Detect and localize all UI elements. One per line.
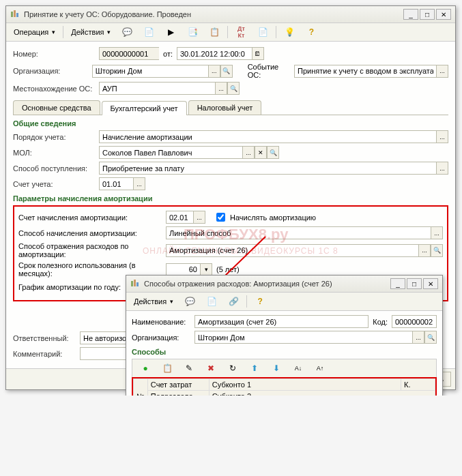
table-sortasc-button[interactable]: A↓ bbox=[288, 361, 308, 376]
location-lookup-button[interactable]: ... bbox=[215, 82, 227, 95]
amort-acc-input[interactable] bbox=[166, 211, 193, 224]
magnifier-icon: 🔍 bbox=[230, 85, 237, 92]
col-sub1: Субконто 1 bbox=[209, 379, 401, 391]
dk-icon: ДтКт bbox=[235, 27, 246, 38]
nested-tool-2[interactable]: 📄 bbox=[201, 294, 222, 309]
nested-tool-1[interactable]: 💬 bbox=[179, 294, 200, 309]
table-sortdesc-button[interactable]: A↑ bbox=[310, 361, 330, 376]
nested-tool-3[interactable]: 🔗 bbox=[223, 294, 244, 309]
maximize-button[interactable]: □ bbox=[420, 9, 435, 20]
toolbar-icon-8[interactable]: 💡 bbox=[279, 25, 300, 40]
operation-menu[interactable]: Операция bbox=[9, 25, 60, 40]
table-up-button[interactable]: ⬆ bbox=[244, 361, 265, 376]
amort-method-lookup-button[interactable]: ... bbox=[431, 226, 443, 239]
amort-acc-lookup-button[interactable]: ... bbox=[193, 211, 205, 224]
magnifier-icon: 🔍 bbox=[270, 149, 277, 156]
comment-label: Комментарий: bbox=[13, 350, 76, 358]
location-open-button[interactable]: 🔍 bbox=[227, 82, 240, 95]
window-icon bbox=[10, 10, 20, 19]
nested-org-lookup-button[interactable]: ... bbox=[412, 331, 424, 344]
amort-refl-open-button[interactable]: 🔍 bbox=[431, 244, 443, 257]
play-icon: ▶ bbox=[165, 27, 176, 38]
table-down-button[interactable]: ⬇ bbox=[266, 361, 287, 376]
help-icon: ? bbox=[255, 296, 265, 307]
event-input[interactable] bbox=[294, 65, 436, 78]
nested-tool-4[interactable]: ? bbox=[250, 294, 270, 309]
balloon-icon: 💬 bbox=[184, 296, 195, 307]
order-input[interactable] bbox=[99, 130, 436, 143]
event-lookup-button[interactable]: ... bbox=[436, 65, 448, 78]
nested-name-input[interactable] bbox=[194, 315, 369, 328]
actions-menu[interactable]: Действия bbox=[66, 25, 115, 40]
calendar-button[interactable]: 🗓 bbox=[252, 47, 264, 60]
toolbar-icon-6[interactable]: ДтКт bbox=[231, 25, 251, 40]
toolbar-icon-3[interactable]: ▶ bbox=[160, 25, 181, 40]
svg-rect-1 bbox=[14, 10, 16, 17]
location-input[interactable] bbox=[99, 82, 215, 95]
calc-amort-checkbox[interactable]: Начислять амортизацию bbox=[214, 211, 316, 224]
nested-code-input[interactable] bbox=[392, 315, 437, 328]
receipt-lookup-button[interactable]: ... bbox=[436, 162, 448, 175]
methods-table[interactable]: № Счет затрат Субконто 1 К. Подразделе..… bbox=[133, 378, 435, 396]
col-acc: Счет затрат bbox=[147, 379, 209, 391]
magnifier-icon: 🔍 bbox=[433, 247, 441, 254]
doc-icon: 📄 bbox=[143, 27, 154, 38]
receipt-input[interactable] bbox=[99, 162, 436, 175]
tab-fixed-assets[interactable]: Основные средства bbox=[13, 100, 100, 115]
number-input[interactable] bbox=[99, 47, 159, 60]
calc-amort-check-input[interactable] bbox=[216, 213, 225, 222]
date-input[interactable] bbox=[177, 47, 252, 60]
account-input[interactable] bbox=[99, 177, 133, 190]
up-icon: ⬆ bbox=[249, 363, 260, 374]
tips-icon: 💡 bbox=[284, 27, 295, 38]
magnifier-icon: 🔍 bbox=[427, 334, 435, 341]
table-delete-button[interactable]: ✖ bbox=[201, 361, 221, 376]
svg-rect-5 bbox=[134, 280, 136, 286]
amort-life-spinner[interactable]: ▾ bbox=[200, 263, 212, 276]
amort-method-input[interactable] bbox=[166, 226, 431, 239]
table-refresh-button[interactable]: ↻ bbox=[222, 361, 243, 376]
amort-refl-input[interactable] bbox=[166, 244, 418, 257]
link-icon: 🔗 bbox=[228, 296, 239, 307]
org-input[interactable] bbox=[92, 65, 208, 78]
nested-org-open-button[interactable]: 🔍 bbox=[424, 331, 437, 344]
toolbar-icon-7[interactable]: 📄 bbox=[252, 25, 273, 40]
resp-input[interactable] bbox=[80, 331, 129, 344]
comment-input[interactable] bbox=[80, 347, 129, 360]
table-add-button[interactable]: ● bbox=[135, 361, 156, 376]
toolbar-icon-9[interactable]: ? bbox=[301, 25, 321, 40]
nested-maximize-button[interactable]: □ bbox=[407, 278, 422, 289]
order-lookup-button[interactable]: ... bbox=[436, 130, 448, 143]
org-lookup-button[interactable]: ... bbox=[208, 65, 220, 78]
tab-accounting[interactable]: Бухгалтерский учет bbox=[102, 101, 187, 115]
amort-method-label: Способ начисления амортизации: bbox=[18, 229, 162, 237]
svg-rect-2 bbox=[16, 13, 18, 17]
toolbar-icon-5[interactable]: 📋 bbox=[204, 25, 225, 40]
nested-window-icon bbox=[130, 279, 140, 288]
mol-open-button[interactable]: 🔍 bbox=[267, 146, 279, 159]
minimize-button[interactable]: _ bbox=[403, 9, 418, 20]
nested-close-button[interactable]: ✕ bbox=[423, 278, 438, 289]
toolbar-icon-2[interactable]: 📄 bbox=[139, 25, 159, 40]
mol-lookup-button[interactable]: ... bbox=[242, 146, 255, 159]
calc-amort-label: Начислять амортизацию bbox=[230, 213, 316, 222]
nested-minimize-button[interactable]: _ bbox=[390, 278, 405, 289]
mol-input[interactable] bbox=[99, 146, 242, 159]
nested-actions-menu[interactable]: Действия bbox=[129, 294, 178, 309]
close-button[interactable]: ✕ bbox=[436, 9, 451, 20]
table-edit-button[interactable]: ✎ bbox=[179, 361, 199, 376]
account-lookup-button[interactable]: ... bbox=[133, 177, 145, 190]
toolbar-icon-4[interactable]: 📑 bbox=[182, 25, 203, 40]
toolbar-icon-1[interactable]: 💬 bbox=[117, 25, 137, 40]
mol-clear-button[interactable]: ✕ bbox=[255, 146, 267, 159]
sortasc-icon: A↓ bbox=[293, 363, 304, 374]
refresh-icon: ↻ bbox=[227, 363, 238, 374]
amort-life-input[interactable] bbox=[166, 263, 200, 276]
org-open-button[interactable]: 🔍 bbox=[220, 65, 233, 78]
amort-refl-label: Способ отражения расходов по амортизации… bbox=[18, 242, 162, 258]
tab-tax[interactable]: Налоговый учет bbox=[188, 100, 262, 115]
nested-org-input[interactable] bbox=[194, 331, 412, 344]
sortdesc-icon: A↑ bbox=[315, 363, 326, 374]
table-copy-button[interactable]: 📋 bbox=[157, 361, 177, 376]
amort-refl-lookup-button[interactable]: ... bbox=[418, 244, 431, 257]
